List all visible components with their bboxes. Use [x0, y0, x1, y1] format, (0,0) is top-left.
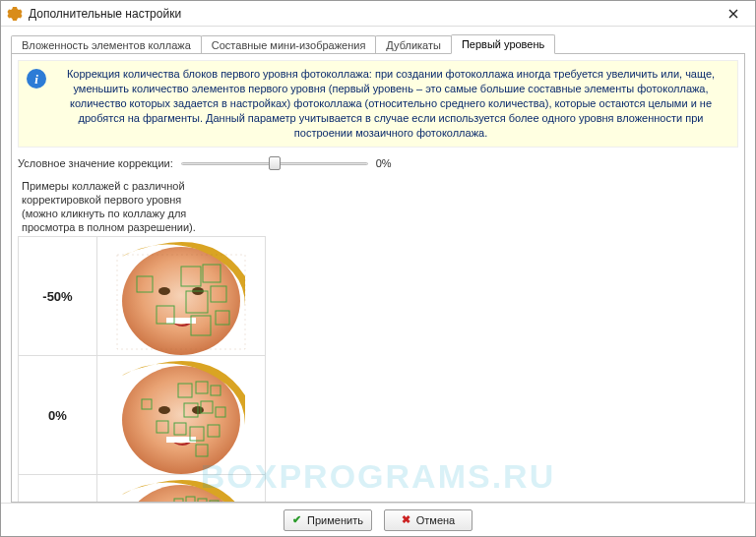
correction-slider[interactable] — [181, 155, 368, 171]
svg-rect-18 — [166, 437, 196, 443]
check-icon: ✔ — [292, 513, 301, 526]
svg-point-1 — [122, 247, 240, 355]
mosaic-icon — [97, 475, 265, 503]
svg-point-2 — [158, 287, 170, 295]
titlebar: Дополнительные настройки — [1, 1, 755, 27]
example-label: 0% — [19, 356, 97, 475]
dialog-window: Дополнительные настройки Вложенность эле… — [0, 0, 756, 537]
table-row: +50% — [19, 475, 266, 504]
tab-nesting[interactable]: Вложенность элементов коллажа — [11, 35, 202, 54]
example-image[interactable] — [97, 356, 266, 475]
example-label: -50% — [19, 237, 97, 356]
svg-point-15 — [122, 366, 240, 474]
apply-button[interactable]: ✔ Применить — [284, 509, 372, 531]
slider-thumb[interactable] — [269, 156, 281, 170]
info-banner: i Коррекция количества блоков первого ур… — [18, 60, 738, 148]
examples-table: -50% — [18, 236, 266, 503]
table-row: 0% — [19, 356, 266, 475]
close-button[interactable] — [718, 4, 749, 24]
table-row: -50% — [19, 237, 266, 356]
example-label: +50% — [19, 475, 97, 504]
correction-slider-row: Условное значение коррекции: 0% — [18, 155, 738, 171]
cross-icon: ✖ — [402, 513, 410, 526]
example-image[interactable] — [97, 475, 266, 504]
content-area: Вложенность элементов коллажа Составные … — [1, 27, 755, 503]
info-icon: i — [27, 69, 46, 89]
tab-panel-first-level: i Коррекция количества блоков первого ур… — [11, 53, 745, 503]
mosaic-icon — [97, 356, 265, 474]
svg-rect-39 — [210, 501, 219, 503]
apply-label: Применить — [307, 514, 363, 526]
example-image[interactable] — [97, 237, 266, 356]
slider-label: Условное значение коррекции: — [18, 157, 173, 169]
info-text: Коррекция количества блоков первого уров… — [67, 68, 715, 139]
cancel-label: Отмена — [416, 514, 455, 526]
mosaic-icon — [97, 237, 265, 355]
dialog-footer: ✔ Применить ✖ Отмена — [1, 503, 755, 536]
tab-strip: Вложенность элементов коллажа Составные … — [11, 32, 745, 54]
tab-duplicates[interactable]: Дубликаты — [375, 35, 452, 54]
slider-value: 0% — [376, 157, 392, 169]
svg-point-16 — [158, 406, 170, 414]
gear-icon — [7, 6, 23, 22]
cancel-button[interactable]: ✖ Отмена — [384, 509, 472, 531]
tab-composite[interactable]: Составные мини-изображения — [201, 35, 377, 54]
window-title: Дополнительные настройки — [29, 1, 718, 27]
tab-first-level[interactable]: Первый уровень — [451, 34, 555, 54]
examples-intro: Примеры коллажей с различной корректиров… — [18, 177, 224, 236]
